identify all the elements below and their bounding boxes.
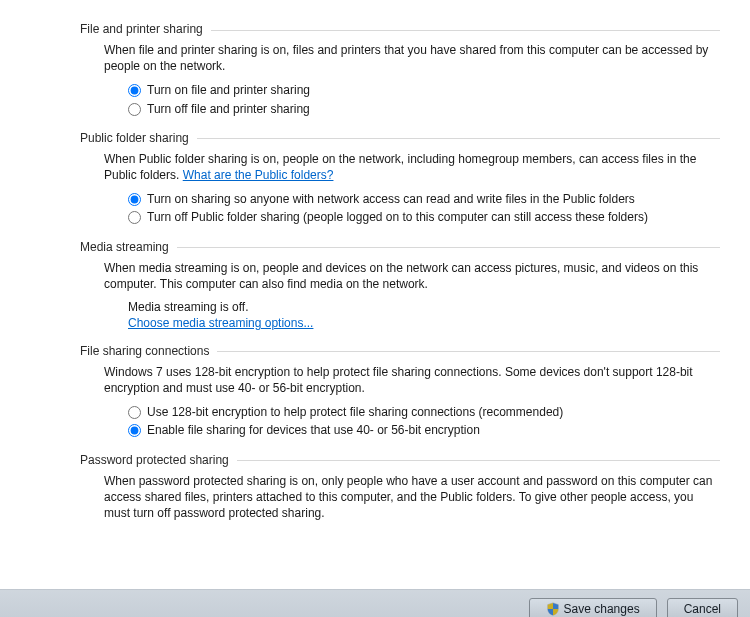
section-password-protected-sharing: Password protected sharing When password… — [80, 453, 720, 522]
divider — [211, 30, 720, 31]
section-title-public-folder: Public folder sharing — [80, 131, 197, 145]
radio-pf-on[interactable] — [128, 193, 141, 206]
section-public-folder-sharing: Public folder sharing When Public folder… — [80, 131, 720, 226]
section-file-sharing-connections: File sharing connections Windows 7 uses … — [80, 344, 720, 439]
desc-file-sharing-conn: Windows 7 uses 128-bit encryption to hel… — [104, 364, 720, 396]
desc-media-streaming: When media streaming is on, people and d… — [104, 260, 720, 292]
section-file-printer-sharing: File and printer sharing When file and p… — [80, 22, 720, 117]
radio-label-fsc-4056[interactable]: Enable file sharing for devices that use… — [147, 422, 480, 438]
divider — [177, 247, 720, 248]
radio-pf-off[interactable] — [128, 211, 141, 224]
divider — [217, 351, 720, 352]
media-streaming-status: Media streaming is off. — [128, 300, 720, 314]
desc-file-printer: When file and printer sharing is on, fil… — [104, 42, 720, 74]
link-choose-media-streaming[interactable]: Choose media streaming options... — [128, 316, 313, 330]
divider — [237, 460, 720, 461]
taskbar-strip — [0, 589, 750, 617]
radio-fsc-128[interactable] — [128, 406, 141, 419]
radio-label-pf-off[interactable]: Turn off Public folder sharing (people l… — [147, 209, 648, 225]
link-what-are-public-folders[interactable]: What are the Public folders? — [183, 168, 334, 182]
section-title-file-sharing-conn: File sharing connections — [80, 344, 217, 358]
section-title-media-streaming: Media streaming — [80, 240, 177, 254]
divider — [197, 138, 720, 139]
radio-fsc-4056[interactable] — [128, 424, 141, 437]
section-title-password-protected: Password protected sharing — [80, 453, 237, 467]
radio-label-pf-on[interactable]: Turn on sharing so anyone with network a… — [147, 191, 635, 207]
desc-password-protected: When password protected sharing is on, o… — [104, 473, 720, 522]
radio-label-fp-on[interactable]: Turn on file and printer sharing — [147, 82, 310, 98]
radio-label-fp-off[interactable]: Turn off file and printer sharing — [147, 101, 310, 117]
radio-label-fsc-128[interactable]: Use 128-bit encryption to help protect f… — [147, 404, 563, 420]
radio-fp-off[interactable] — [128, 103, 141, 116]
section-title-file-printer: File and printer sharing — [80, 22, 211, 36]
desc-public-folder: When Public folder sharing is on, people… — [104, 151, 720, 183]
radio-fp-on[interactable] — [128, 84, 141, 97]
section-media-streaming: Media streaming When media streaming is … — [80, 240, 720, 330]
